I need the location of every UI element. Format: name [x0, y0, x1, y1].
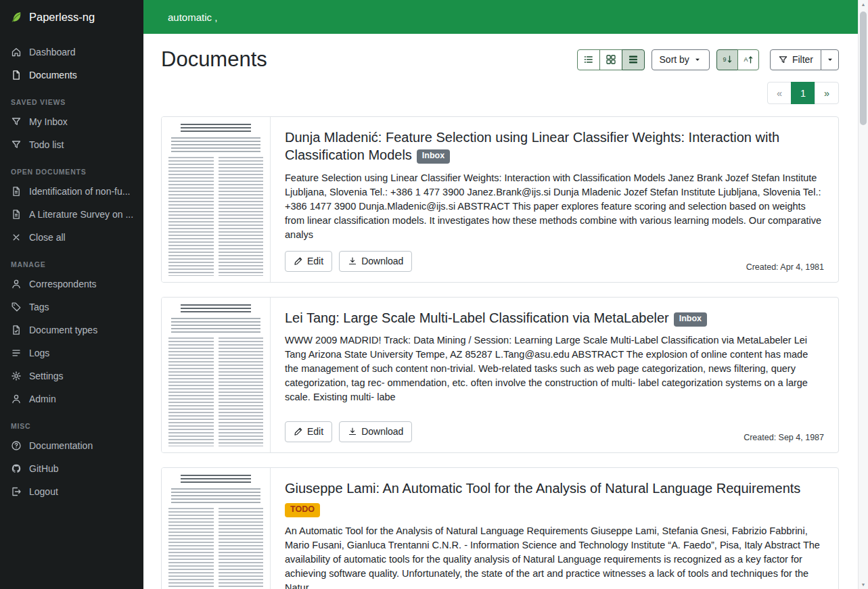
- download-icon: [348, 256, 357, 266]
- page-header: Documents Sort by: [161, 47, 839, 72]
- sidebar-item-open-document-1[interactable]: Identification of non-fu...: [0, 180, 143, 203]
- created-date: Created: Apr 4, 1981: [746, 262, 824, 272]
- sidebar-item-documentation[interactable]: Documentation: [0, 434, 143, 457]
- sidebar-item-document-types[interactable]: Document types: [0, 319, 143, 341]
- sidebar-item-todo-list[interactable]: Todo list: [0, 133, 143, 156]
- document-description: An Automatic Tool for the Analysis of Na…: [285, 524, 824, 589]
- thumbnail-author-lines: [171, 137, 260, 152]
- document-actions: Edit Download: [285, 251, 412, 272]
- search-input[interactable]: [166, 11, 841, 24]
- sidebar-nav: Dashboard Documents SAVED VIEWS My Inbox…: [0, 34, 143, 503]
- sidebar-item-tags[interactable]: Tags: [0, 296, 143, 319]
- sort-by-label: Sort by: [660, 54, 689, 65]
- scrollbar-thumb[interactable]: [860, 11, 867, 125]
- sidebar-item-admin[interactable]: Admin: [0, 387, 143, 410]
- sidebar-section-title-open-documents: OPEN DOCUMENTS: [0, 156, 143, 180]
- sidebar-item-open-document-2[interactable]: A Literature Survey on ...: [0, 203, 143, 226]
- thumbnail-title-lines: [181, 124, 251, 133]
- sort-numeric-icon: 9: [722, 54, 733, 65]
- sidebar-item-label: Settings: [29, 371, 64, 381]
- tag-badge-inbox[interactable]: Inbox: [417, 149, 450, 164]
- scrollbar[interactable]: ▲ ▼: [858, 0, 868, 589]
- edit-button[interactable]: Edit: [285, 251, 332, 272]
- pagination-row: « 1 »: [161, 82, 839, 104]
- brand[interactable]: Paperless-ng: [0, 0, 143, 34]
- thumbnail-columns: [168, 508, 263, 589]
- search-bar: [143, 0, 868, 34]
- file-text-icon: [11, 209, 22, 220]
- sort-by-button[interactable]: Sort by: [652, 49, 710, 70]
- sidebar-item-correspondents[interactable]: Correspondents: [0, 273, 143, 296]
- sidebar-item-label: A Literature Survey on ...: [29, 209, 133, 220]
- download-icon: [348, 427, 357, 436]
- view-toggle-group: [577, 49, 645, 70]
- funnel-icon: [11, 116, 22, 127]
- thumbnail-title-lines: [181, 475, 251, 484]
- thumbnail-columns: [168, 337, 263, 446]
- sidebar-section-title-misc: MISC: [0, 410, 143, 434]
- funnel-icon: [778, 55, 788, 65]
- pagination-next[interactable]: »: [815, 82, 839, 104]
- document-card-body: Lei Tang: Large Scale Multi-Label Classi…: [271, 298, 838, 452]
- scroll-up-arrow[interactable]: ▲: [861, 2, 866, 7]
- gear-icon: [11, 371, 22, 381]
- sidebar-item-dashboard[interactable]: Dashboard: [0, 41, 143, 64]
- sidebar-item-documents[interactable]: Documents: [0, 64, 143, 87]
- sidebar-item-label: Logout: [29, 486, 58, 497]
- sidebar-item-label: Documentation: [29, 440, 93, 451]
- document-thumbnail[interactable]: [162, 468, 271, 589]
- sort-direction-asc-button[interactable]: A: [737, 49, 759, 70]
- document-title: Giuseppe Lami: An Automatic Tool for the…: [285, 479, 824, 497]
- thumbnail-author-lines: [171, 488, 260, 503]
- sidebar-item-logout[interactable]: Logout: [0, 480, 143, 503]
- thumbnail-author-lines: [171, 318, 260, 333]
- sidebar-item-label: My Inbox: [29, 116, 68, 127]
- app-root: Paperless-ng Dashboard Documents SAVED V…: [0, 0, 868, 589]
- view-toggle-list-button[interactable]: [577, 49, 600, 70]
- tag-badge-inbox[interactable]: Inbox: [674, 312, 707, 327]
- tag-icon: [11, 302, 22, 312]
- grid-view-icon: [606, 54, 616, 65]
- svg-text:9: 9: [723, 56, 726, 63]
- view-toggle-grid-button[interactable]: [599, 49, 622, 70]
- sidebar-item-settings[interactable]: Settings: [0, 364, 143, 387]
- sidebar-item-label: Identification of non-fu...: [29, 186, 130, 197]
- scroll-down-arrow[interactable]: ▼: [861, 582, 866, 587]
- document-thumbnail[interactable]: [162, 117, 271, 282]
- sort-direction-desc-button[interactable]: 9: [716, 49, 738, 70]
- download-button[interactable]: Download: [339, 421, 412, 442]
- document-thumbnail[interactable]: [162, 298, 271, 452]
- download-label: Download: [361, 256, 403, 266]
- document-title-link[interactable]: Giuseppe Lami: An Automatic Tool for the…: [285, 481, 800, 496]
- document-title: Lei Tang: Large Scale Multi-Label Classi…: [285, 309, 824, 327]
- download-button[interactable]: Download: [339, 251, 412, 272]
- thumbnail-title-lines: [181, 304, 251, 313]
- pagination-page-1[interactable]: 1: [791, 82, 815, 104]
- sidebar-item-label: Document types: [29, 325, 97, 335]
- document-actions: Edit Download: [285, 421, 412, 442]
- filter-button[interactable]: Filter: [770, 49, 821, 70]
- sidebar-item-my-inbox[interactable]: My Inbox: [0, 110, 143, 133]
- edit-button[interactable]: Edit: [285, 421, 332, 442]
- document-card: Lei Tang: Large Scale Multi-Label Classi…: [161, 297, 839, 453]
- person-icon: [11, 279, 22, 289]
- sidebar-item-label: Correspondents: [29, 279, 97, 289]
- document-list: Dunja Mladenić: Feature Selection using …: [161, 116, 839, 589]
- view-toggle-details-button[interactable]: [622, 49, 645, 70]
- sidebar-item-logs[interactable]: Logs: [0, 341, 143, 364]
- pagination-prev[interactable]: «: [767, 82, 792, 104]
- document-card-body: Giuseppe Lami: An Automatic Tool for the…: [271, 468, 838, 589]
- sidebar-item-github[interactable]: GitHub: [0, 457, 143, 480]
- funnel-icon: [11, 139, 22, 150]
- document-title-link[interactable]: Dunja Mladenić: Feature Selection using …: [285, 130, 779, 162]
- caret-down-icon: [693, 55, 702, 64]
- tag-badge-todo[interactable]: TODO: [285, 503, 320, 517]
- filter-group: Filter: [770, 49, 839, 70]
- edit-label: Edit: [307, 256, 323, 266]
- document-title-link[interactable]: Lei Tang: Large Scale Multi-Label Classi…: [285, 310, 669, 325]
- person-icon: [11, 394, 22, 404]
- document-description: WWW 2009 MADRID! Track: Data Mining / Se…: [285, 333, 824, 404]
- filter-dropdown-button[interactable]: [821, 49, 839, 70]
- content: Documents Sort by: [143, 34, 868, 589]
- sidebar-item-close-all[interactable]: Close all: [0, 226, 143, 249]
